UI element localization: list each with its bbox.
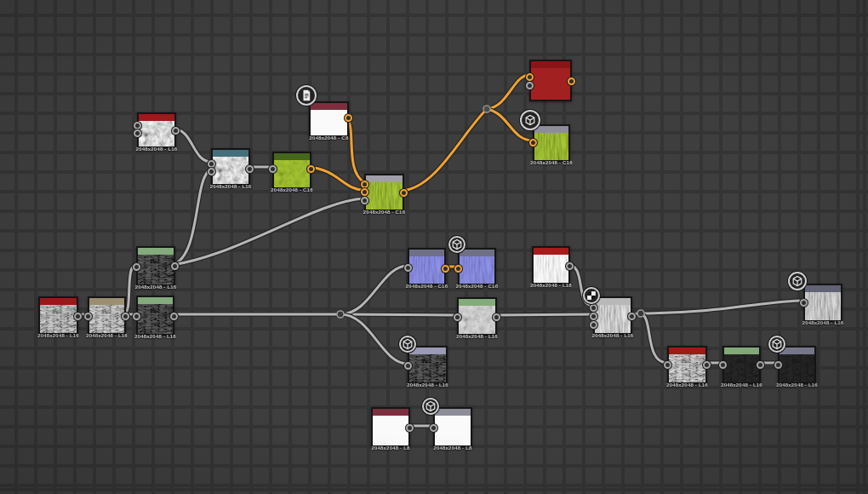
input-port[interactable]: [430, 424, 437, 432]
gray-wire[interactable]: [173, 129, 211, 162]
output-port[interactable]: [493, 313, 500, 321]
input-port[interactable]: [590, 313, 597, 320]
input-port[interactable]: [133, 263, 140, 271]
input-port[interactable]: [134, 122, 141, 129]
output-port[interactable]: [566, 262, 574, 270]
graph-node-n1[interactable]: 2048x2048 - L16: [137, 112, 176, 148]
node-thumbnail: [366, 182, 403, 210]
graph-node-n3[interactable]: 2048x2048 - C16: [272, 152, 311, 189]
input-port[interactable]: [84, 313, 92, 320]
input-port[interactable]: [664, 361, 671, 369]
output-port[interactable]: [568, 78, 575, 85]
graph-node-n23[interactable]: 2048x2048 - L16: [778, 346, 816, 384]
gray-wire[interactable]: [494, 314, 593, 315]
gray-wire[interactable]: [340, 266, 408, 314]
output-port[interactable]: [442, 265, 449, 273]
node-label: 2048x2048 - L16: [517, 283, 585, 288]
input-port[interactable]: [134, 129, 141, 137]
gray-wire[interactable]: [340, 314, 408, 364]
graph-node-n19[interactable]: 2048x2048 - L8: [371, 407, 410, 447]
graph-node-n15[interactable]: 2048x2048 - L16: [38, 296, 78, 335]
output-port[interactable]: [703, 361, 711, 369]
input-port[interactable]: [590, 321, 597, 329]
output-port[interactable]: [122, 313, 129, 320]
input-port[interactable]: [361, 181, 368, 188]
gray-wire[interactable]: [173, 198, 364, 265]
node-header: [435, 409, 471, 416]
input-port[interactable]: [526, 82, 534, 89]
input-port[interactable]: [133, 313, 140, 320]
checker-icon: [583, 287, 600, 304]
wire-junction-dot[interactable]: [337, 311, 344, 318]
graph-node-n17[interactable]: 2048x2048 - L16: [136, 296, 174, 336]
graph-node-n6[interactable]: [529, 60, 572, 101]
input-port[interactable]: [529, 139, 537, 146]
input-port[interactable]: [590, 304, 597, 312]
graph-node-n4[interactable]: 2048x2048 - C8: [309, 101, 349, 137]
node-header: [366, 175, 403, 182]
graph-node-n12[interactable]: 2048x2048 - L16: [803, 284, 842, 322]
graph-node-n10[interactable]: 2048x2048 - L16: [532, 246, 570, 284]
graph-node-n20[interactable]: 2048x2048 - L8: [433, 407, 472, 447]
graph-node-n18[interactable]: 2048x2048 - L16: [136, 246, 175, 286]
input-port[interactable]: [361, 197, 368, 204]
output-port[interactable]: [400, 189, 408, 197]
output-port[interactable]: [406, 424, 414, 432]
graph-node-n11[interactable]: 2048x2048 - L16: [593, 296, 632, 335]
graph-node-n2[interactable]: 2048x2048 - L16: [211, 148, 250, 186]
graph-node-n16[interactable]: 2048x2048 - L16: [88, 296, 126, 335]
output-port[interactable]: [345, 114, 352, 122]
cube-icon: [399, 336, 416, 353]
input-port[interactable]: [454, 265, 462, 273]
input-port[interactable]: [208, 160, 215, 168]
node-thumbnail: [274, 160, 310, 187]
orange-wire[interactable]: [487, 75, 529, 109]
graph-node-n7[interactable]: 2048x2048 - C16: [533, 124, 570, 162]
output-port[interactable]: [172, 127, 180, 135]
node-header: [534, 126, 568, 133]
input-port[interactable]: [719, 361, 727, 369]
input-port[interactable]: [454, 313, 461, 321]
graph-node-n9[interactable]: 2048x2048 - C16: [458, 248, 496, 285]
input-port[interactable]: [774, 361, 782, 369]
output-port[interactable]: [246, 165, 254, 173]
orange-wire[interactable]: [401, 109, 487, 191]
node-header: [531, 61, 570, 68]
output-port[interactable]: [307, 165, 315, 173]
node-thumbnail: [669, 354, 705, 382]
cube-icon: [768, 336, 785, 353]
node-label: 2048x2048 - C16: [349, 210, 420, 215]
input-port[interactable]: [208, 168, 215, 175]
node-header: [460, 250, 494, 256]
graph-node-n22[interactable]: 2048x2048 - L16: [722, 346, 761, 384]
input-port[interactable]: [361, 188, 368, 196]
output-port[interactable]: [170, 313, 178, 320]
node-thumbnail: [534, 255, 568, 283]
graph-node-n5[interactable]: 2048x2048 - C16: [364, 174, 404, 211]
graph-node-n21[interactable]: 2048x2048 - L16: [667, 346, 707, 384]
node-header: [213, 150, 248, 157]
node-label: 2048x2048 - L16: [392, 382, 463, 388]
node-thumbnail: [435, 416, 471, 445]
node-thumbnail: [779, 354, 814, 382]
node-header: [669, 348, 705, 354]
output-port[interactable]: [171, 262, 179, 270]
output-port[interactable]: [628, 313, 636, 320]
input-port[interactable]: [404, 362, 412, 370]
graph-node-n13[interactable]: 2048x2048 - L16: [457, 297, 497, 336]
node-header: [89, 298, 124, 305]
input-port[interactable]: [800, 299, 808, 307]
input-port[interactable]: [269, 165, 277, 173]
gray-wire[interactable]: [340, 314, 457, 315]
wire-junction-dot[interactable]: [483, 106, 490, 112]
output-port[interactable]: [74, 313, 82, 320]
cube-icon: [788, 272, 807, 290]
graph-node-n8[interactable]: 2048x2048 - C16: [408, 248, 446, 285]
node-thumbnail: [138, 255, 174, 284]
node-graph-canvas[interactable]: 2048x2048 - L162048x2048 - L162048x2048 …: [0, 0, 868, 494]
wire-junction-dot[interactable]: [637, 310, 644, 317]
input-port[interactable]: [526, 73, 534, 81]
input-port[interactable]: [404, 264, 412, 272]
output-port[interactable]: [757, 361, 764, 369]
graph-node-n14[interactable]: 2048x2048 - L16: [408, 346, 448, 384]
